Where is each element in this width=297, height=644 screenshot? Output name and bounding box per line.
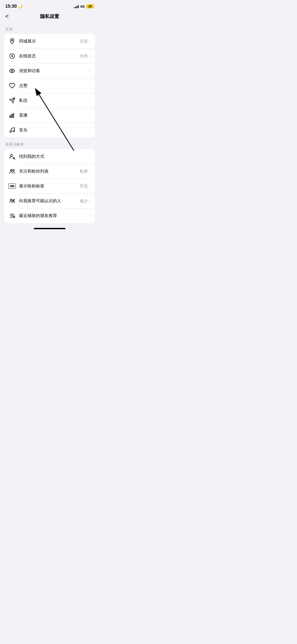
svg-rect-5 bbox=[11, 114, 12, 118]
svg-point-13 bbox=[13, 169, 14, 171]
live-item[interactable]: 直播 › bbox=[4, 108, 95, 123]
network-label: 4G bbox=[80, 4, 85, 8]
signal-icon bbox=[74, 4, 79, 8]
eye-icon bbox=[8, 67, 16, 75]
status-right: 4G 26 bbox=[74, 4, 94, 8]
removed-icon bbox=[8, 212, 16, 219]
online-status-label: 在线状态 bbox=[19, 53, 80, 59]
heart-icon bbox=[8, 82, 16, 89]
find-me-chevron: › bbox=[89, 154, 91, 159]
interaction-card: 同城展示 开启 › 在线状态 关闭 › 浏览和访客 › bbox=[4, 34, 95, 137]
likes-item[interactable]: 点赞 › bbox=[4, 78, 95, 93]
battery-value: 26 bbox=[88, 5, 92, 8]
home-bar bbox=[34, 228, 65, 229]
removed-friends-label: 最近移除的朋友推荐 bbox=[19, 213, 88, 219]
recommend-label: 向我推荐可能认识的人 bbox=[19, 198, 80, 204]
svg-point-12 bbox=[11, 169, 12, 171]
signal-bar-1 bbox=[74, 7, 75, 8]
back-button[interactable]: < bbox=[5, 13, 9, 20]
svg-point-11 bbox=[13, 157, 15, 159]
nearby-label: 同城展示 bbox=[19, 39, 80, 44]
music-chevron: › bbox=[89, 128, 91, 132]
dm-label: 私信 bbox=[19, 98, 88, 103]
nearby-chevron: › bbox=[89, 39, 91, 44]
find-me-item[interactable]: 找到我的方式 › bbox=[4, 149, 95, 164]
follow-fans-item[interactable]: 关注和粉丝列表 私密 › bbox=[4, 164, 95, 179]
likes-label: 点赞 bbox=[19, 83, 88, 89]
likes-chevron: › bbox=[89, 83, 91, 88]
dm-item[interactable]: 私信 › bbox=[4, 93, 95, 108]
svg-point-9 bbox=[13, 130, 15, 132]
browse-visitors-item[interactable]: 浏览和访客 › bbox=[4, 63, 95, 78]
relations-card: 找到我的方式 › 关注和粉丝列表 私密 › 铁粉 展示铁粉标签 开启 › bbox=[4, 149, 95, 223]
iron-fan-label: 展示铁粉标签 bbox=[19, 183, 80, 189]
home-indicator bbox=[0, 226, 99, 230]
signal-bar-4 bbox=[78, 5, 79, 8]
browse-visitors-label: 浏览和访客 bbox=[19, 68, 88, 74]
music-icon bbox=[8, 126, 16, 134]
dm-chevron: › bbox=[89, 98, 91, 103]
svg-point-14 bbox=[10, 199, 12, 201]
nearby-item[interactable]: 同城展示 开启 › bbox=[4, 34, 95, 49]
recommend-chevron: › bbox=[89, 199, 91, 203]
time-label: 15:30 bbox=[5, 4, 17, 9]
music-label: 音乐 bbox=[19, 127, 88, 133]
removed-friends-item[interactable]: 最近移除的朋友推荐 › bbox=[4, 208, 95, 223]
svg-point-0 bbox=[12, 40, 13, 41]
iron-fan-chevron: › bbox=[89, 184, 91, 188]
section-header-relations: 关系与账号 bbox=[0, 137, 99, 149]
music-item[interactable]: 音乐 › bbox=[4, 123, 95, 137]
status-bar: 15:30 🌙 4G 26 bbox=[0, 0, 99, 11]
online-status-value: 关闭 bbox=[80, 54, 88, 59]
signal-bar-3 bbox=[77, 6, 77, 8]
live-icon bbox=[8, 112, 16, 119]
svg-point-3 bbox=[11, 70, 13, 72]
svg-point-15 bbox=[12, 200, 14, 202]
follow-fans-chevron: › bbox=[89, 169, 91, 174]
status-time: 15:30 🌙 bbox=[5, 4, 22, 9]
follow-fans-label: 关注和粉丝列表 bbox=[19, 169, 80, 174]
find-me-label: 找到我的方式 bbox=[19, 154, 88, 159]
online-icon bbox=[8, 52, 16, 60]
nearby-value: 开启 bbox=[80, 39, 88, 44]
message-icon bbox=[8, 97, 16, 104]
svg-point-8 bbox=[10, 131, 11, 132]
page-title: 隐私设置 bbox=[40, 13, 59, 20]
moon-icon: 🌙 bbox=[18, 4, 22, 8]
battery-indicator: 26 bbox=[86, 4, 94, 8]
browse-visitors-chevron: › bbox=[89, 68, 91, 73]
online-status-chevron: › bbox=[89, 54, 91, 58]
nav-bar: < 隐私设置 bbox=[0, 11, 99, 22]
removed-friends-chevron: › bbox=[89, 213, 91, 218]
svg-rect-6 bbox=[13, 113, 14, 118]
follow-fans-value: 私密 bbox=[80, 169, 88, 174]
svg-rect-4 bbox=[10, 116, 11, 118]
recommend-item[interactable]: 向我推荐可能认识的人 减少 › bbox=[4, 194, 95, 208]
live-label: 直播 bbox=[19, 113, 88, 118]
online-status-item[interactable]: 在线状态 关闭 › bbox=[4, 49, 95, 63]
follow-icon bbox=[8, 168, 16, 175]
location-icon bbox=[8, 38, 16, 45]
live-chevron: › bbox=[89, 113, 91, 118]
find-user-icon bbox=[8, 153, 16, 160]
recommend-icon bbox=[8, 197, 16, 205]
signal-bar-2 bbox=[75, 7, 76, 8]
iron-fan-value: 开启 bbox=[80, 184, 88, 189]
iron-fan-item[interactable]: 铁粉 展示铁粉标签 开启 › bbox=[4, 179, 95, 194]
section-header-interaction: 互动 bbox=[0, 22, 99, 34]
recommend-value: 减少 bbox=[80, 199, 88, 204]
iron-fan-icon: 铁粉 bbox=[8, 182, 16, 190]
iron-fan-badge: 铁粉 bbox=[8, 183, 16, 189]
svg-point-2 bbox=[12, 56, 13, 57]
svg-point-10 bbox=[11, 154, 13, 157]
